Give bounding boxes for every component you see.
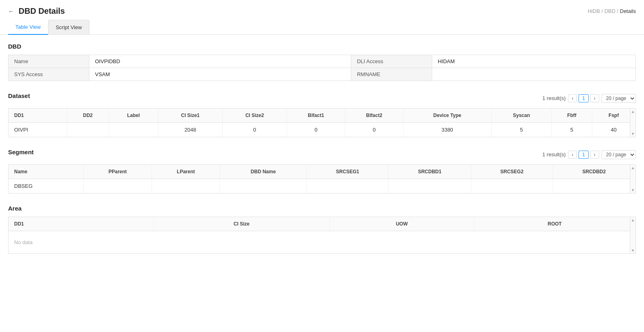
dataset-col-cisize2: CI Size2 (222, 109, 287, 123)
segment-header-row: Name PParent LParent DBD Name SRCSEG1 SR… (8, 165, 636, 179)
dataset-col-dd2: DD2 (67, 109, 109, 123)
dbd-section-title: DBD (8, 43, 636, 50)
dbd-sys-label: SYS Access (8, 68, 89, 81)
area-col-uow: UOW (329, 217, 474, 231)
dataset-section-header: Dataset 1 result(s) ‹ 1 › 20 / page (8, 92, 636, 104)
dataset-col-blfact2: Blfact2 (345, 109, 403, 123)
dataset-table-wrapper: DD1 DD2 Label CI Size1 CI Size2 Blfact1 … (8, 108, 636, 137)
dataset-col-cisize1: CI Size1 (158, 109, 222, 123)
dataset-col-syscan: Syscan (491, 109, 551, 123)
dataset-page-size-select[interactable]: 20 / page (602, 94, 636, 103)
area-header-row: DD1 CI Size UOW ROOT (8, 217, 636, 231)
segment-col-srcdbd2: SRCDBD2 (553, 165, 635, 179)
segment-table-wrapper: Name PParent LParent DBD Name SRCSEG1 SR… (8, 164, 636, 194)
dbd-rmname-value (432, 68, 636, 81)
segment-srcdbd1-val (389, 179, 471, 194)
segment-srcseg1-val (307, 179, 389, 194)
area-section-title: Area (8, 205, 636, 212)
segment-col-name: Name (8, 165, 83, 179)
segment-next-btn[interactable]: › (590, 151, 599, 159)
dataset-dd2-val (67, 123, 109, 137)
area-col-root: ROOT (474, 217, 636, 231)
segment-col-srcseg1: SRCSEG1 (307, 165, 389, 179)
area-table-wrapper: DD1 CI Size UOW ROOT No data ▲ ▼ (8, 217, 636, 254)
dataset-fspf-val: 40 (592, 123, 635, 137)
dataset-blfact1-val: 0 (287, 123, 345, 137)
dataset-data-row: OIVPI 2048 0 0 0 3380 5 5 40 (8, 123, 636, 137)
segment-pagination: 1 result(s) ‹ 1 › 20 / page (543, 150, 636, 159)
dataset-col-dd1: DD1 (8, 109, 67, 123)
dbd-dli-value: HIDAM (432, 55, 636, 68)
tab-script-view[interactable]: Script View (48, 20, 90, 35)
dbd-sys-value: VSAM (89, 68, 351, 81)
area-col-dd1: DD1 (8, 217, 154, 231)
segment-scroll-down[interactable]: ▼ (631, 188, 635, 192)
segment-col-srcdbd1: SRCDBD1 (389, 165, 471, 179)
segment-page-1-btn[interactable]: 1 (579, 151, 589, 159)
segment-section-title: Segment (8, 149, 34, 155)
dataset-page-1-btn[interactable]: 1 (579, 94, 589, 102)
segment-prev-btn[interactable]: ‹ (568, 151, 577, 159)
segment-col-dbdname: DBD Name (220, 165, 307, 179)
back-button[interactable]: ← (8, 8, 15, 15)
segment-section-header: Segment 1 result(s) ‹ 1 › 20 / page (8, 149, 636, 160)
breadcrumb-dbd[interactable]: DBD (604, 8, 615, 14)
segment-lparent-val (152, 179, 220, 194)
dataset-next-btn[interactable]: › (590, 94, 599, 102)
segment-col-srcseg2: SRCSEG2 (471, 165, 553, 179)
area-scroll-down[interactable]: ▼ (631, 248, 635, 253)
dbd-name-value: OIVPIDBD (89, 55, 351, 68)
breadcrumb: HiDB / DBD / Details (588, 8, 636, 14)
dbd-name-label: Name (8, 55, 89, 68)
dataset-col-blfact1: Blfact1 (287, 109, 345, 123)
segment-pparent-val (83, 179, 152, 194)
segment-srcseg2-val (471, 179, 553, 194)
area-no-data-row: No data (8, 231, 636, 254)
area-no-data-text: No data (8, 231, 636, 254)
main-content: DBD Name OIVPIDBD DLI Access HIDAM SYS A… (0, 35, 644, 273)
breadcrumb-sep1: / (602, 8, 604, 14)
dataset-syscan-val: 5 (491, 123, 551, 137)
dataset-pagination-nav: ‹ 1 › (568, 94, 599, 102)
segment-name-val[interactable]: DBSEG (8, 179, 83, 194)
segment-table: Name PParent LParent DBD Name SRCSEG1 SR… (8, 165, 636, 193)
dataset-prev-btn[interactable]: ‹ (568, 94, 577, 102)
segment-col-pparent: PParent (83, 165, 152, 179)
segment-data-row: DBSEG (8, 179, 636, 194)
dbd-info-table: Name OIVPIDBD DLI Access HIDAM SYS Acces… (8, 55, 636, 81)
segment-col-lparent: LParent (152, 165, 220, 179)
dbd-dli-label: DLI Access (351, 55, 432, 68)
segment-scrollbar[interactable]: ▲ ▼ (630, 165, 636, 193)
segment-result-count: 1 result(s) (543, 151, 566, 157)
dbd-rmname-label: RMNAME (351, 68, 432, 81)
segment-page-size-select[interactable]: 20 / page (602, 150, 636, 159)
dataset-col-fspf: Fspf (592, 109, 635, 123)
segment-pagination-nav: ‹ 1 › (568, 151, 599, 159)
dataset-table: DD1 DD2 Label CI Size1 CI Size2 Blfact1 … (8, 109, 636, 137)
tabs-bar: Table View Script View (0, 20, 644, 35)
dbd-row-2: SYS Access VSAM RMNAME (8, 68, 636, 81)
page-container: ← DBD Details HiDB / DBD / Details Table… (0, 0, 644, 332)
breadcrumb-details: Details (620, 8, 636, 14)
area-scrollbar[interactable]: ▲ ▼ (630, 217, 636, 253)
dataset-result-count: 1 result(s) (543, 95, 566, 101)
dataset-col-fbff: Fbff (551, 109, 592, 123)
segment-srcdbd2-val (553, 179, 635, 194)
breadcrumb-hidb[interactable]: HiDB (588, 8, 600, 14)
segment-scroll-up[interactable]: ▲ (631, 166, 635, 170)
dataset-col-label: Label (109, 109, 158, 123)
dataset-scroll-up[interactable]: ▲ (631, 109, 635, 114)
dataset-devicetype-val: 3380 (403, 123, 492, 137)
dataset-scrollbar[interactable]: ▲ ▼ (630, 109, 636, 137)
header-left: ← DBD Details (8, 6, 65, 16)
dataset-scroll-down[interactable]: ▼ (631, 132, 635, 136)
tab-table-view[interactable]: Table View (8, 20, 48, 35)
dataset-col-devicetype: Device Type (403, 109, 492, 123)
area-col-cisize: CI Size (154, 217, 329, 231)
dataset-cisize1-val: 2048 (158, 123, 222, 137)
dbd-row-1: Name OIVPIDBD DLI Access HIDAM (8, 55, 636, 68)
page-title: DBD Details (19, 6, 65, 16)
dataset-blfact2-val: 0 (345, 123, 403, 137)
area-scroll-up[interactable]: ▲ (631, 218, 635, 222)
header: ← DBD Details HiDB / DBD / Details (0, 0, 644, 20)
